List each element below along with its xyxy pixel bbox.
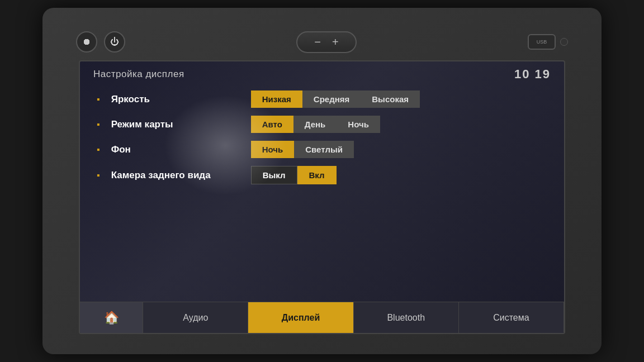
rear-camera-label: Камера заднего вида (111, 170, 240, 181)
brightness-medium-button[interactable]: Средняя (302, 90, 361, 108)
background-label: Фон (111, 144, 240, 155)
rear-camera-off-button[interactable]: Выкл (251, 166, 297, 184)
rear-camera-options: Выкл Вкл (251, 166, 337, 184)
nav-home[interactable]: 🏠 (80, 302, 143, 333)
top-controls: ⏺ ⏻ − + USB (54, 28, 590, 56)
nav-bluetooth-label: Bluetooth (387, 313, 425, 323)
minus-button[interactable]: − (314, 36, 321, 49)
rear-camera-bullet: ▪ (97, 170, 100, 180)
map-mode-night-button[interactable]: Ночь (337, 116, 380, 133)
bottom-nav: 🏠 Аудио Дисплей Bluetooth Система (80, 302, 564, 333)
brightness-bullet: ▪ (97, 94, 100, 104)
power-button[interactable]: ⏻ (104, 31, 125, 53)
screen-time: 10 19 (514, 67, 551, 82)
volume-control: − + (296, 31, 356, 53)
brightness-options: Низкая Средняя Высокая (251, 90, 420, 108)
settings-area: ▪ Яркость Низкая Средняя Высокая ▪ Режим… (80, 85, 564, 302)
nav-audio[interactable]: Аудио (143, 302, 248, 333)
aux-port (560, 38, 568, 46)
home-icon: 🏠 (104, 311, 119, 325)
screen-header: Настройка дисплея 10 19 (80, 61, 564, 85)
background-night-button[interactable]: Ночь (251, 141, 295, 158)
main-screen: Настройка дисплея 10 19 ▪ Яркость Низкая… (79, 60, 565, 334)
nav-system[interactable]: Система (459, 302, 564, 333)
plus-button[interactable]: + (332, 36, 339, 49)
usb-label: USB (537, 39, 547, 45)
screen-title: Настройка дисплея (93, 69, 184, 80)
brightness-low-button[interactable]: Низкая (251, 90, 302, 108)
map-mode-auto-button[interactable]: Авто (251, 116, 293, 133)
usb-port: USB (528, 34, 556, 50)
map-mode-row: ▪ Режим карты Авто День Ночь (97, 116, 547, 133)
background-light-button[interactable]: Светлый (294, 141, 354, 158)
nav-display[interactable]: Дисплей (248, 302, 353, 333)
nav-display-label: Дисплей (282, 313, 320, 323)
brightness-row: ▪ Яркость Низкая Средняя Высокая (97, 90, 547, 108)
background-row: ▪ Фон Ночь Светлый (97, 141, 547, 158)
rear-camera-row: ▪ Камера заднего вида Выкл Вкл (97, 166, 547, 184)
map-mode-label: Режим карты (111, 119, 240, 130)
camera-button[interactable]: ⏺ (76, 31, 97, 53)
power-icon: ⏻ (110, 37, 119, 47)
map-mode-bullet: ▪ (97, 120, 100, 130)
nav-audio-label: Аудио (183, 313, 208, 323)
map-mode-options: Авто День Ночь (251, 116, 380, 133)
rear-camera-on-button[interactable]: Вкл (297, 166, 337, 184)
background-options: Ночь Светлый (251, 141, 354, 158)
brightness-high-button[interactable]: Высокая (361, 90, 420, 108)
brightness-label: Яркость (111, 94, 240, 105)
device-body: ⏺ ⏻ − + USB Настройка дисплея 10 19 (42, 8, 602, 354)
nav-bluetooth[interactable]: Bluetooth (354, 302, 459, 333)
background-bullet: ▪ (97, 145, 100, 155)
map-mode-day-button[interactable]: День (293, 116, 337, 133)
screen-content: Настройка дисплея 10 19 ▪ Яркость Низкая… (80, 61, 564, 333)
nav-system-label: Система (493, 313, 529, 323)
